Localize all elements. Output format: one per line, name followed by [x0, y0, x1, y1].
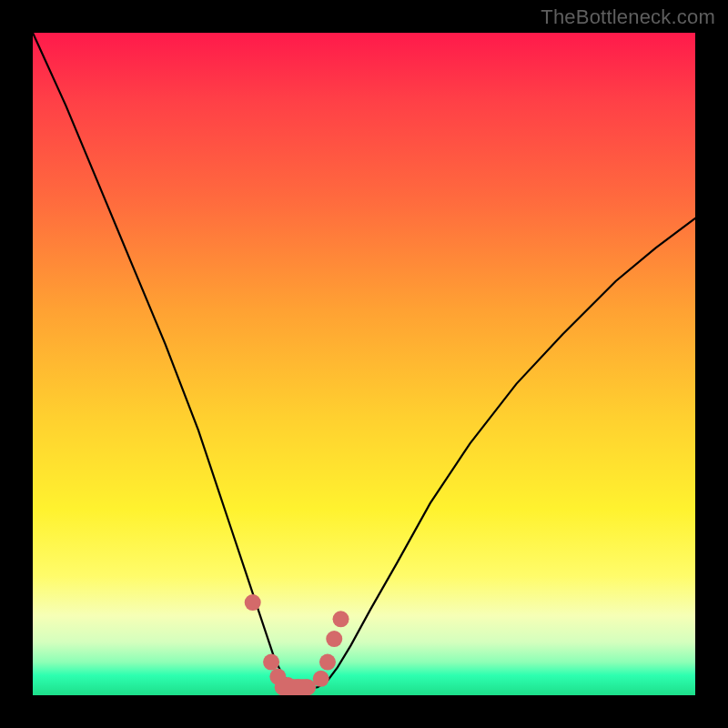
- trough-marker: [333, 611, 349, 627]
- trough-marker: [326, 631, 342, 647]
- chart-frame: TheBottleneck.com: [0, 0, 728, 728]
- trough-marker-group: [245, 594, 349, 695]
- plot-area: [33, 33, 695, 695]
- trough-marker: [319, 654, 336, 671]
- watermark-text: TheBottleneck.com: [541, 5, 715, 29]
- bottleneck-curve: [33, 33, 695, 689]
- trough-pill: [275, 679, 315, 695]
- trough-marker: [313, 671, 329, 687]
- trough-marker: [245, 594, 261, 611]
- chart-svg: [33, 33, 695, 695]
- trough-marker: [263, 654, 279, 671]
